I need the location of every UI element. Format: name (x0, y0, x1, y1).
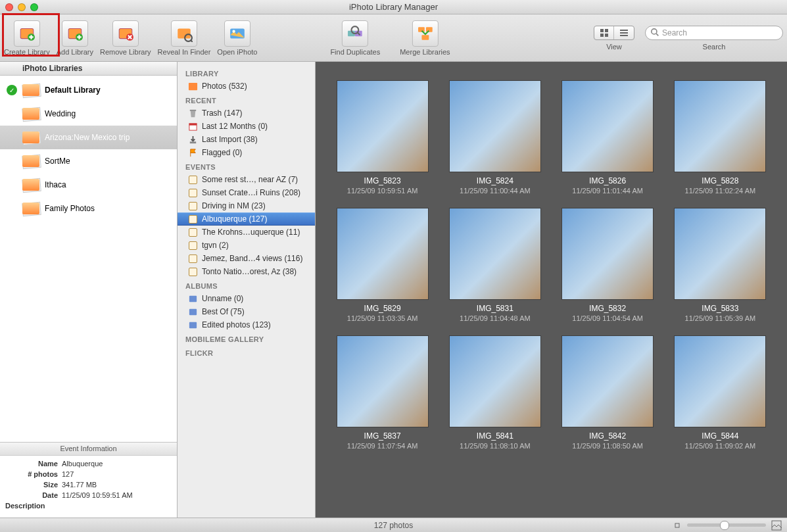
create-library-button[interactable]: Create Library (4, 20, 50, 56)
browser-item-label: tgvn (2) (202, 241, 229, 250)
find-duplicates-button[interactable]: Find Duplicates (330, 20, 380, 56)
library-icon (22, 83, 39, 97)
photo-cell[interactable]: IMG_584211/25/09 11:08:50 AM (558, 335, 657, 450)
browser-item[interactable]: Albuquerque (127) (178, 212, 315, 226)
photo-cell[interactable]: IMG_584111/25/09 11:08:10 AM (445, 335, 544, 450)
photo-thumbnail[interactable] (674, 208, 766, 300)
view-icon-list[interactable] (614, 26, 634, 39)
photo-cell[interactable]: IMG_583211/25/09 11:04:54 AM (558, 208, 657, 322)
browser-item[interactable]: Some rest st…, near AZ (7) (178, 173, 315, 186)
photo-thumbnail[interactable] (337, 335, 429, 427)
remove-library-button[interactable]: Remove Library (100, 20, 151, 56)
library-item[interactable]: ✓Default Library (0, 78, 177, 102)
svg-rect-20 (620, 30, 628, 31)
photo-cell[interactable]: IMG_582911/25/09 11:03:35 AM (333, 208, 432, 322)
event-checkbox-icon (188, 175, 198, 185)
merge-libraries-button[interactable]: Merge Libraries (400, 20, 450, 56)
browser-item[interactable]: Edited photos (123) (178, 318, 315, 331)
browser-item[interactable]: Best Of (75) (178, 305, 315, 318)
svg-rect-33 (772, 521, 781, 530)
browser-item[interactable]: The Krohns…uquerque (11) (178, 226, 315, 239)
event-checkbox-icon (188, 201, 198, 211)
photo-name: IMG_5837 (333, 431, 432, 441)
photo-name: IMG_5828 (671, 176, 770, 185)
window-title: iPhoto Library Manager (0, 2, 787, 12)
library-item[interactable]: Arizona:New Mexico trip (0, 126, 177, 149)
photo-cell[interactable]: IMG_584411/25/09 11:09:02 AM (671, 335, 770, 450)
photo-thumbnail[interactable] (449, 335, 541, 427)
photo-cell[interactable]: IMG_583111/25/09 11:04:48 AM (445, 208, 544, 322)
photo-thumbnail[interactable] (674, 335, 766, 427)
view-icon-grid[interactable] (594, 26, 614, 39)
thumb-small-icon[interactable] (673, 521, 682, 530)
browser-item[interactable]: tgvn (2) (178, 239, 315, 252)
merge-libraries-icon (412, 20, 438, 47)
thumb-large-icon[interactable] (771, 520, 782, 531)
library-icon (22, 178, 39, 192)
photo-cell[interactable]: IMG_582311/25/09 10:59:51 AM (333, 80, 432, 195)
add-library-icon (62, 20, 88, 47)
browser-item-label: Albuquerque (127) (202, 214, 267, 224)
browser-item-label: Driving in NM (23) (202, 201, 266, 210)
photo-thumbnail[interactable] (449, 80, 541, 172)
photo-cell[interactable]: IMG_582411/25/09 11:00:44 AM (445, 80, 544, 195)
zoom-window-button[interactable] (30, 3, 38, 11)
svg-rect-18 (600, 34, 604, 37)
library-item[interactable]: Wedding (0, 102, 177, 126)
browser-item[interactable]: Unname (0) (178, 292, 315, 305)
zoom-slider[interactable] (687, 523, 766, 527)
library-item[interactable]: Ithaca (0, 173, 177, 197)
photo-thumbnail[interactable] (449, 208, 541, 300)
svg-rect-32 (675, 523, 679, 527)
browser-item-label: Some rest st…, near AZ (7) (202, 175, 298, 184)
library-icon (22, 130, 39, 145)
photo-date: 11/25/09 11:02:24 AM (671, 187, 770, 195)
browser-item[interactable]: Last Import (38) (178, 133, 315, 146)
svg-rect-6 (178, 28, 191, 38)
photo-thumbnail[interactable] (561, 208, 654, 300)
photo-thumbnail[interactable] (561, 80, 654, 172)
browser-item[interactable]: Jemez, Band…4 views (116) (178, 252, 315, 265)
browser-item-label: Last Import (38) (202, 135, 258, 144)
view-mode-segment[interactable] (594, 26, 634, 40)
photo-thumbnail[interactable] (337, 208, 429, 300)
open-iphoto-button[interactable]: Open iPhoto (217, 20, 257, 56)
reveal-in-finder-button[interactable]: Reveal In Finder (158, 20, 211, 56)
add-library-button[interactable]: Add Library (57, 20, 93, 56)
photo-date: 11/25/09 11:08:10 AM (445, 442, 544, 450)
photo-thumbnail[interactable] (337, 80, 429, 172)
browser-item[interactable]: Photos (532) (178, 80, 315, 93)
library-item[interactable]: Family Photos (0, 197, 177, 220)
reveal-in-finder-label: Reveal In Finder (158, 48, 211, 56)
photo-name: IMG_5841 (445, 431, 544, 441)
photo-cell[interactable]: IMG_582811/25/09 11:02:24 AM (671, 80, 770, 195)
browser-item[interactable]: Trash (147) (178, 107, 315, 120)
close-window-button[interactable] (5, 3, 13, 11)
library-icon (22, 107, 39, 121)
search-label: Search (703, 43, 726, 51)
browser-item-label: Tonto Natio…orest, Az (38) (202, 267, 297, 276)
cat-flickr-head: FLICKR (178, 345, 315, 359)
photo-cell[interactable]: IMG_583311/25/09 11:05:39 AM (671, 208, 770, 322)
finder-icon (171, 20, 197, 47)
browser-item[interactable]: Flagged (0) (178, 146, 315, 159)
photo-cell[interactable]: IMG_583711/25/09 11:07:54 AM (333, 335, 432, 450)
iphoto-icon (224, 20, 250, 47)
svg-rect-31 (189, 322, 197, 327)
photo-thumbnail[interactable] (561, 335, 654, 427)
browser-item[interactable]: Driving in NM (23) (178, 199, 315, 212)
minimize-window-button[interactable] (18, 3, 26, 11)
photo-cell[interactable]: IMG_582611/25/09 11:01:44 AM (558, 80, 657, 195)
browser-item[interactable]: Last 12 Months (0) (178, 120, 315, 133)
svg-rect-27 (189, 123, 197, 125)
library-item[interactable]: SortMe (0, 149, 177, 173)
browser-item[interactable]: Tonto Natio…orest, Az (38) (178, 265, 315, 278)
photo-area[interactable]: IMG_582311/25/09 10:59:51 AMIMG_582411/2… (316, 62, 787, 518)
photo-thumbnail[interactable] (674, 80, 766, 172)
search-placeholder: Search (662, 28, 687, 37)
browser-item[interactable]: Sunset Crate…i Ruins (208) (178, 186, 315, 199)
cat-albums-head: ALBUMS (178, 278, 315, 292)
svg-rect-16 (600, 29, 604, 32)
evinfo-date-value: 11/25/09 10:59:51 AM (62, 491, 133, 499)
search-input[interactable]: Search (645, 26, 783, 40)
